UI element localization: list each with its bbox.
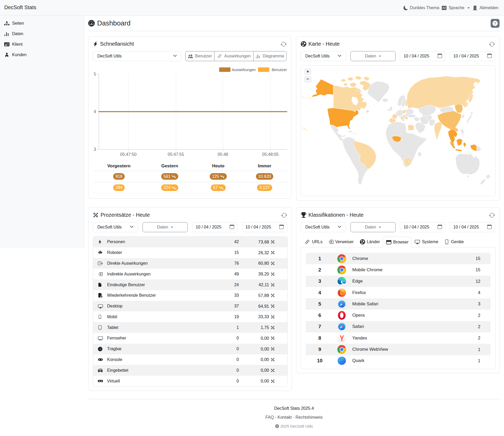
svg-text:5: 5 [94, 72, 96, 76]
svg-text:Benutzer: Benutzer [272, 68, 287, 72]
svg-text:Auswirkungen: Auswirkungen [232, 68, 256, 72]
svg-text:05:48:05: 05:48:05 [262, 152, 279, 157]
svg-text:05:48: 05:48 [218, 152, 228, 157]
svg-text:4: 4 [94, 109, 96, 114]
svg-text:05:47:50: 05:47:50 [120, 152, 136, 157]
svg-text:3: 3 [94, 147, 96, 152]
svg-text:05:47:55: 05:47:55 [168, 152, 184, 157]
